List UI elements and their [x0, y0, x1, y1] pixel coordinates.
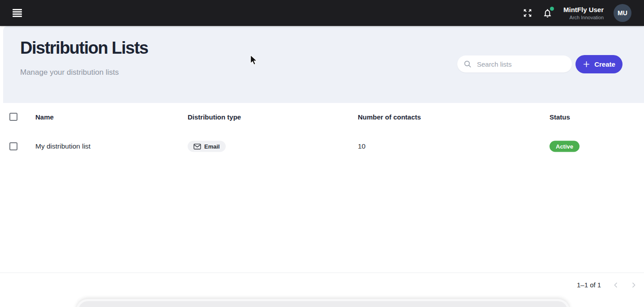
- user-organization: Arch Innovation: [563, 14, 604, 21]
- row-name: My distribution list: [35, 142, 90, 150]
- pagination-range-label: 1–1 of 1: [577, 281, 601, 289]
- row-type-cell: Email: [188, 141, 226, 152]
- create-button[interactable]: Create: [575, 55, 623, 73]
- chevron-left-icon: [612, 281, 619, 289]
- app-screen: MintFly User Arch Innovation MU Distribu…: [0, 0, 644, 307]
- email-badge-label: Email: [204, 143, 220, 150]
- avatar[interactable]: MU: [614, 4, 631, 22]
- status-badge: Active: [550, 141, 580, 152]
- create-button-label: Create: [594, 60, 615, 68]
- user-info: MintFly User Arch Innovation: [563, 5, 604, 21]
- fullscreen-button[interactable]: [523, 8, 532, 18]
- table-row[interactable]: My distribution list Email 10 Active: [0, 131, 644, 162]
- expand-arrows-icon: [523, 8, 532, 18]
- row-status-cell: Active: [550, 141, 580, 152]
- row-checkbox[interactable]: [9, 142, 17, 150]
- email-type-badge: Email: [188, 141, 226, 152]
- next-page-button[interactable]: [627, 278, 640, 292]
- column-header-type: Distribution type: [188, 113, 241, 121]
- page-title: Distribution Lists: [20, 38, 148, 58]
- page-subtitle: Manage your distribution lists: [20, 68, 119, 77]
- distribution-lists-table: Name Distribution type Number of contact…: [0, 103, 644, 273]
- plus-icon: [583, 60, 590, 68]
- previous-page-button[interactable]: [609, 278, 623, 292]
- pagination-divider: [0, 273, 644, 273]
- page-header: Distribution Lists Manage your distribut…: [3, 26, 644, 103]
- search-box: [457, 55, 572, 72]
- user-name: MintFly User: [563, 5, 604, 14]
- notifications-button[interactable]: [542, 8, 553, 18]
- table-header-row: Name Distribution type Number of contact…: [0, 103, 644, 131]
- chevron-right-icon: [630, 281, 637, 289]
- topbar: MintFly User Arch Innovation MU: [0, 0, 644, 26]
- column-header-status: Status: [550, 113, 570, 121]
- select-all-checkbox[interactable]: [9, 113, 17, 121]
- search-input[interactable]: [476, 60, 561, 68]
- topbar-right-cluster: MintFly User Arch Innovation MU: [523, 4, 631, 22]
- bottom-sheet-peek: [76, 299, 570, 307]
- hamburger-menu-glyph: [13, 9, 22, 17]
- row-contacts-count: 10: [358, 142, 365, 150]
- hamburger-menu-icon[interactable]: [11, 7, 24, 19]
- envelope-icon: [193, 143, 201, 149]
- column-header-name: Name: [35, 113, 54, 121]
- search-icon: [464, 60, 472, 68]
- notification-dot: [550, 7, 554, 11]
- column-header-contacts: Number of contacts: [358, 113, 421, 121]
